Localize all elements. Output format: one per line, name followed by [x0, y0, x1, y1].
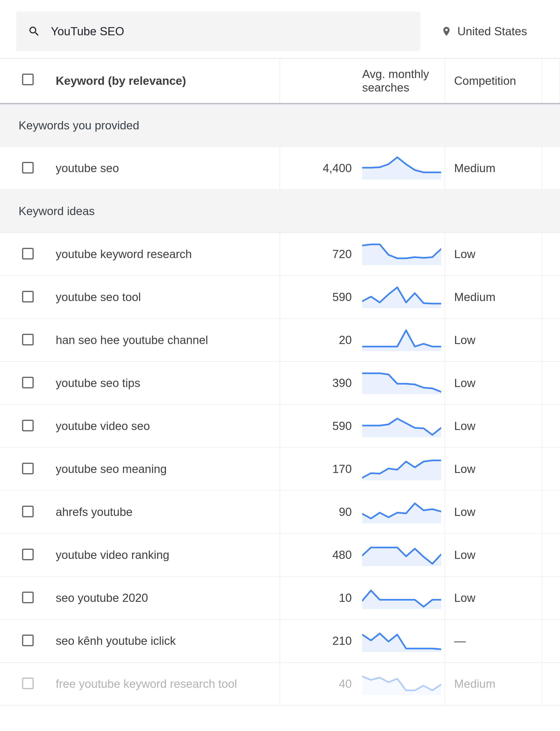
keyword-cell: youtube video seo — [56, 405, 280, 448]
table-row[interactable]: youtube video seo590Low — [0, 405, 560, 448]
keyword-cell: seo kênh youtube iclick — [56, 619, 280, 662]
searches-cell: 10 — [280, 576, 359, 619]
competition-cell: Low — [445, 533, 542, 576]
table-row[interactable]: han seo hee youtube channel20Low — [0, 318, 560, 361]
table-row[interactable]: youtube keyword research720Low — [0, 232, 560, 275]
keyword-cell: youtube seo — [56, 147, 280, 189]
keyword-cell: free youtube keyword research tool — [56, 662, 280, 705]
keyword-cell: youtube seo tips — [56, 361, 280, 405]
table-row[interactable]: ahrefs youtube90Low — [0, 490, 560, 533]
row-checkbox[interactable] — [22, 678, 34, 689]
table-row[interactable]: seo youtube 202010Low — [0, 576, 560, 619]
searches-cell: 590 — [280, 405, 359, 448]
row-checkbox[interactable] — [22, 463, 34, 474]
select-all-checkbox[interactable] — [22, 74, 34, 85]
row-checkbox[interactable] — [22, 635, 34, 646]
keyword-cell: han seo hee youtube channel — [56, 318, 280, 361]
searches-cell: 720 — [280, 232, 359, 275]
top-bar: YouTube SEO United States — [0, 0, 560, 58]
competition-cell: Low — [445, 490, 542, 533]
table-row[interactable]: youtube seo4,400Medium — [0, 147, 560, 189]
sparkline — [362, 543, 441, 566]
location-selector[interactable]: United States — [441, 25, 527, 38]
sparkline-cell — [359, 490, 445, 533]
table-row[interactable]: youtube video ranking480Low — [0, 533, 560, 576]
keyword-cell: seo youtube 2020 — [56, 576, 280, 619]
column-keyword[interactable]: Keyword (by relevance) — [56, 58, 280, 104]
sparkline-cell — [359, 662, 445, 705]
svg-marker-1 — [362, 244, 441, 265]
table-row[interactable]: youtube seo tool590Medium — [0, 275, 560, 318]
sparkline-cell — [359, 361, 445, 405]
table-header-row: Keyword (by relevance) Avg. monthly sear… — [0, 58, 560, 104]
sparkline-cell — [359, 318, 445, 361]
searches-cell: 210 — [280, 619, 359, 662]
sparkline-cell — [359, 275, 445, 318]
sparkline-cell — [359, 405, 445, 448]
searches-cell: 170 — [280, 448, 359, 490]
searches-cell: 20 — [280, 318, 359, 361]
competition-cell: Low — [445, 405, 542, 448]
section-provided: Keywords you provided — [0, 104, 560, 147]
search-input-text: YouTube SEO — [51, 25, 124, 38]
sparkline — [362, 156, 441, 179]
sparkline-cell — [359, 147, 445, 189]
searches-cell: 480 — [280, 533, 359, 576]
sparkline-cell — [359, 533, 445, 576]
table-row[interactable]: youtube seo tips390Low — [0, 361, 560, 405]
svg-marker-3 — [362, 330, 441, 351]
sparkline — [362, 242, 441, 265]
sparkline-cell — [359, 619, 445, 662]
row-checkbox[interactable] — [22, 162, 34, 173]
row-checkbox[interactable] — [22, 334, 34, 345]
table-row[interactable]: seo kênh youtube iclick210— — [0, 619, 560, 662]
competition-cell: Low — [445, 361, 542, 405]
searches-cell: 40 — [280, 662, 359, 705]
search-icon — [28, 25, 40, 38]
table-row[interactable]: youtube seo meaning170Low — [0, 448, 560, 490]
table-row[interactable]: free youtube keyword research tool40Medi… — [0, 662, 560, 705]
sparkline-cell — [359, 232, 445, 275]
sparkline — [362, 500, 441, 523]
sparkline-cell — [359, 576, 445, 619]
competition-cell: Low — [445, 576, 542, 619]
searches-cell: 90 — [280, 490, 359, 533]
searches-cell: 390 — [280, 361, 359, 405]
section-ideas-label: Keyword ideas — [0, 189, 560, 232]
svg-marker-6 — [362, 461, 441, 480]
svg-marker-8 — [362, 548, 441, 566]
competition-cell: Low — [445, 232, 542, 275]
column-competition[interactable]: Competition — [445, 58, 542, 104]
competition-cell: Low — [445, 448, 542, 490]
sparkline — [362, 457, 441, 480]
row-checkbox[interactable] — [22, 248, 34, 259]
keyword-cell: ahrefs youtube — [56, 490, 280, 533]
sparkline — [362, 328, 441, 351]
keyword-cell: youtube seo meaning — [56, 448, 280, 490]
section-ideas: Keyword ideas — [0, 189, 560, 232]
sparkline — [362, 285, 441, 308]
row-checkbox[interactable] — [22, 549, 34, 560]
keyword-cell: youtube seo tool — [56, 275, 280, 318]
sparkline — [362, 629, 441, 652]
row-checkbox[interactable] — [22, 291, 34, 302]
location-label: United States — [457, 25, 527, 38]
column-searches-part1[interactable] — [280, 58, 359, 104]
row-checkbox[interactable] — [22, 420, 34, 431]
competition-cell: Low — [445, 318, 542, 361]
row-checkbox[interactable] — [22, 377, 34, 389]
column-searches[interactable]: Avg. monthly searches — [359, 58, 445, 104]
search-input[interactable]: YouTube SEO — [16, 12, 420, 51]
searches-cell: 590 — [280, 275, 359, 318]
sparkline — [362, 672, 441, 695]
competition-cell: Medium — [445, 275, 542, 318]
keyword-table: Keyword (by relevance) Avg. monthly sear… — [0, 58, 560, 705]
sparkline — [362, 586, 441, 609]
competition-cell: Medium — [445, 147, 542, 189]
row-checkbox[interactable] — [22, 592, 34, 603]
keyword-cell: youtube keyword research — [56, 232, 280, 275]
row-checkbox[interactable] — [22, 506, 34, 517]
keyword-cell: youtube video ranking — [56, 533, 280, 576]
sparkline-cell — [359, 448, 445, 490]
competition-cell: Medium — [445, 662, 542, 705]
